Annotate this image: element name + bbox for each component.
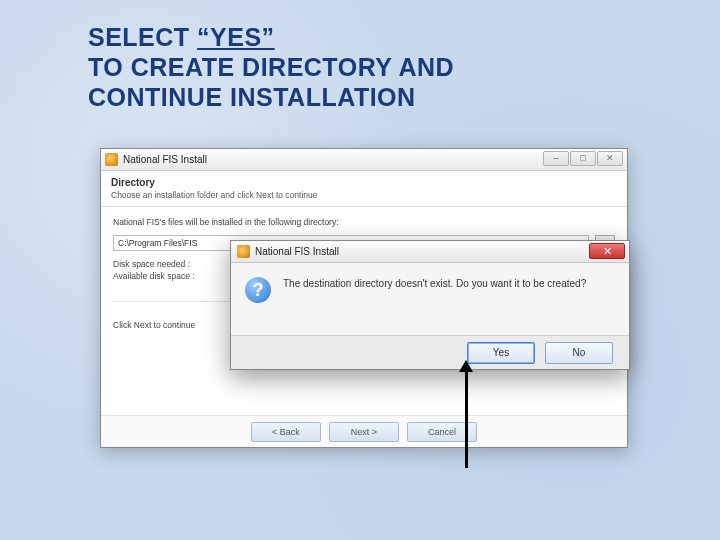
dialog-close-button[interactable]: ✕	[589, 243, 625, 259]
dialog-app-icon	[237, 245, 250, 258]
heading-line-3: CONTINUE INSTALLATION	[88, 82, 454, 112]
wizard-footer: < Back Next > Cancel	[101, 415, 627, 447]
app-icon	[105, 153, 118, 166]
close-button[interactable]: ✕	[597, 151, 623, 166]
no-button[interactable]: No	[545, 342, 613, 364]
heading-select: SELECT	[88, 23, 197, 51]
minimize-button[interactable]: –	[543, 151, 569, 166]
disk-needed-label: Disk space needed :	[113, 259, 190, 269]
dialog-message: The destination directory doesn't exist.…	[283, 277, 586, 291]
pointer-arrow	[465, 370, 468, 468]
dialog-footer: Yes No	[231, 335, 629, 369]
window-controls: – □ ✕	[542, 151, 623, 166]
intro-text: National FIS's files will be installed i…	[113, 217, 615, 227]
yes-button[interactable]: Yes	[467, 342, 535, 364]
dialog-title: National FIS Install	[255, 246, 339, 257]
question-icon: ?	[245, 277, 271, 303]
dialog-body: ? The destination directory doesn't exis…	[231, 263, 629, 313]
back-button[interactable]: < Back	[251, 422, 321, 442]
maximize-button[interactable]: □	[570, 151, 596, 166]
installer-titlebar: National FIS Install – □ ✕	[101, 149, 627, 171]
next-button[interactable]: Next >	[329, 422, 399, 442]
heading-line-2: TO CREATE DIRECTORY AND	[88, 52, 454, 82]
disk-avail-label: Available disk space :	[113, 271, 195, 281]
slide-heading: SELECT “YES” TO CREATE DIRECTORY AND CON…	[88, 22, 454, 112]
section-subtitle: Choose an installation folder and click …	[111, 190, 617, 200]
dialog-titlebar: National FIS Install ✕	[231, 241, 629, 263]
confirm-dialog: National FIS Install ✕ ? The destination…	[230, 240, 630, 370]
section-title: Directory	[111, 177, 617, 188]
installer-title: National FIS Install	[123, 154, 207, 165]
heading-yes: “YES”	[197, 23, 275, 51]
heading-line-1: SELECT “YES”	[88, 22, 454, 52]
section-header: Directory Choose an installation folder …	[101, 171, 627, 207]
